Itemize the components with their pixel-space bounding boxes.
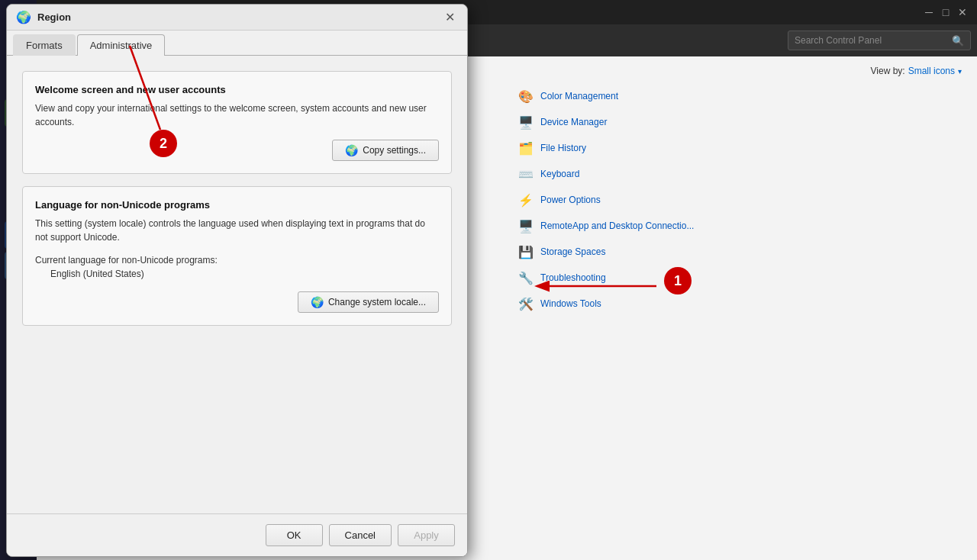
cp-item-windows-tools[interactable]: 🛠️Windows Tools [514,291,946,316]
locale-value: English (United States) [35,269,439,279]
cp-item-icon-11: 🖥️ [518,217,534,234]
cp-item-icon-9: ⚡ [518,191,534,208]
cp-item-color-management[interactable]: 🎨Color Management [514,84,946,108]
cp-maximize-icon[interactable]: □ [940,7,951,18]
cp-item-icon-1: 🎨 [518,88,534,105]
cp-item-device-manager[interactable]: 🖥️Device Manager [514,110,946,134]
cp-item-keyboard[interactable]: ⌨️Keyboard [514,162,946,186]
ok-button[interactable]: OK [266,524,323,546]
welcome-section-desc: View and copy your international setting… [35,101,439,129]
cp-item-label-17: Windows Tools [540,298,601,309]
language-section: Language for non-Unicode programs This s… [22,186,452,326]
dialog-close-button[interactable]: ✕ [441,9,458,26]
locale-label: Current language for non-Unicode program… [35,255,439,266]
cp-item-label-1: Color Management [540,91,618,101]
dialog-title-text: Region [37,11,71,23]
locale-field: Current language for non-Unicode program… [35,255,439,279]
copy-settings-label: Copy settings... [363,145,426,156]
cp-item-icon-7: ⌨️ [518,166,534,182]
cp-minimize-icon[interactable]: ─ [924,7,934,18]
cp-item-label-5: File History [540,143,586,153]
language-section-title: Language for non-Unicode programs [35,199,439,211]
cp-item-remoteapp-and-desktop-connectio[interactable]: 🖥️RemoteApp and Desktop Connectio... [514,214,946,238]
cp-search-input[interactable] [795,35,947,46]
change-locale-icon: 🌍 [311,296,324,308]
cp-viewby-value[interactable]: Small icons [908,66,955,76]
welcome-section-title: Welcome screen and new user accounts [35,84,439,95]
cp-item-label-9: Power Options [540,195,601,205]
cp-window-controls: ─ □ ✕ [924,7,968,18]
cp-item-icon-3: 🖥️ [518,114,534,130]
cp-item-icon-15: 🔧 [518,269,534,286]
cp-search-box[interactable]: 🔍 [788,31,971,50]
tab-administrative[interactable]: Administrative [77,34,166,56]
cp-item-power-options[interactable]: ⚡Power Options [514,188,946,212]
dialog-titlebar: 🌍 Region ✕ [7,5,467,31]
welcome-section-btn-row: 🌍 Copy settings... [35,140,439,161]
cp-item-label-15: Troubleshooting [540,272,606,283]
cp-item-file-history[interactable]: 🗂️File History [514,136,946,160]
copy-settings-button[interactable]: 🌍 Copy settings... [332,140,439,161]
region-dialog[interactable]: 🌍 Region ✕ Formats Administrative Welcom… [6,4,468,557]
copy-settings-icon: 🌍 [345,144,358,156]
cp-item-icon-13: 💾 [518,243,534,260]
change-locale-label: Change system locale... [328,297,426,307]
apply-button[interactable]: Apply [398,524,455,546]
dialog-title-left: 🌍 Region [16,10,71,24]
dialog-footer: OK Cancel Apply [7,513,467,556]
tab-formats[interactable]: Formats [13,34,76,56]
language-section-desc: This setting (system locale) controls th… [35,217,439,244]
cp-item-icon-5: 🗂️ [518,140,534,156]
cp-close-icon[interactable]: ✕ [957,7,968,18]
dialog-tabs: Formats Administrative [7,31,467,56]
dialog-region-icon: 🌍 [16,10,31,24]
cp-item-storage-spaces[interactable]: 💾Storage Spaces [514,240,946,264]
cp-item-label-13: Storage Spaces [540,246,605,257]
cancel-button[interactable]: Cancel [329,524,392,546]
welcome-section: Welcome screen and new user accounts Vie… [22,71,452,174]
cp-viewby-label: View by: [871,66,905,76]
cp-item-label-7: Keyboard [540,169,579,179]
cp-item-icon-17: 🛠️ [518,295,534,312]
dialog-body: Welcome screen and new user accounts Vie… [7,56,467,508]
cp-item-label-3: Device Manager [540,117,607,127]
locale-btn-row: 🌍 Change system locale... [35,291,439,313]
cp-search-icon: 🔍 [952,35,964,47]
cp-viewby-arrow-icon[interactable]: ▾ [958,67,962,76]
cp-item-label-11: RemoteApp and Desktop Connectio... [540,220,694,231]
change-locale-button[interactable]: 🌍 Change system locale... [298,291,439,313]
cp-item-troubleshooting[interactable]: 🔧Troubleshooting [514,266,946,290]
